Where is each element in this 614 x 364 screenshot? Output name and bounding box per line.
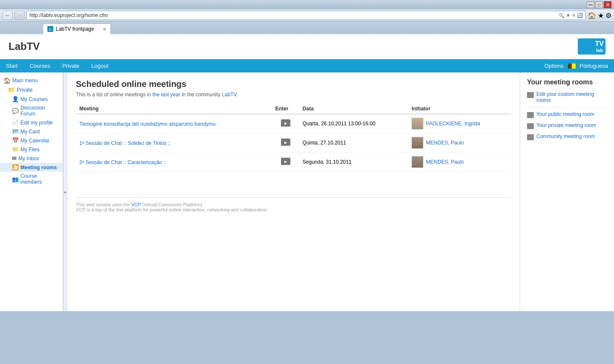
home-icon[interactable]: 🏠 [588, 12, 596, 20]
sidebar-item-my-courses[interactable]: 👤 My Courses [0, 95, 63, 104]
sidebar-item-my-calendar[interactable]: 📅 My Calendar [0, 136, 63, 145]
content-footer: This web service uses the VCP (Virtual C… [76, 197, 511, 212]
my-card-link[interactable]: My Card [20, 129, 40, 135]
tab-title: LabTV frontpage [56, 26, 94, 32]
nav-logout[interactable]: Logout [85, 59, 114, 72]
enter-icon-2[interactable]: ▶ [281, 139, 290, 146]
table-row: 1ª Sessão de Chat :: Solidez de Tintos :… [76, 133, 511, 153]
sidebar-collapse-handle[interactable]: ▸ [63, 72, 67, 311]
my-inbox-link[interactable]: My Inbox [18, 156, 39, 162]
site-logo-text: LabTV [9, 40, 40, 52]
page-content: LabTV lab TV Start Courses Private Logou… [0, 34, 614, 311]
browser-tab[interactable]: L LabTV frontpage ✕ [43, 23, 111, 34]
browser-window: — □ ✕ ← → http://labtv.euproject.org/hom… [0, 0, 614, 364]
main-content: Scheduled online meetings This is a list… [67, 72, 520, 311]
sidebar-item-my-inbox[interactable]: ✉ My Inbox [0, 154, 63, 163]
sidebar-item-main-menu[interactable]: 🏠 Main menu [0, 76, 63, 85]
edit-profile-link[interactable]: Edit my profile [20, 120, 53, 126]
private-room-link[interactable]: Your private meeting room [536, 122, 596, 128]
avatar-2 [411, 137, 423, 149]
col-enter: Enter [272, 104, 299, 114]
minimize-button[interactable]: — [587, 1, 594, 8]
enter-icon-1[interactable]: ▶ [281, 119, 290, 127]
sidebar-item-edit-profile[interactable]: 📄 Edit my profile [0, 118, 63, 127]
site-logo-image: lab TV [578, 38, 605, 55]
right-divider [527, 107, 607, 108]
page-title: Scheduled online meetings [76, 79, 511, 89]
edit-rooms-link[interactable]: Edit your custom meeting rooms [536, 91, 607, 103]
maximize-button[interactable]: □ [595, 1, 603, 8]
nav-bar: Start Courses Private Logout Options Por… [0, 59, 614, 72]
my-calendar-link[interactable]: My Calendar [20, 138, 49, 144]
nav-courses[interactable]: Courses [23, 59, 56, 72]
tab-favicon: L [47, 26, 53, 32]
sidebar-item-my-card[interactable]: 🪪 My Card [0, 127, 63, 136]
meeting-link-2[interactable]: 1ª Sessão de Chat :: Solidez de Tintos :… [79, 140, 171, 146]
edit-rooms-icon [527, 92, 534, 98]
sidebar-item-course-members[interactable]: 👥 Course members [0, 172, 63, 186]
edit-profile-icon: 📄 [12, 119, 19, 126]
nav-start[interactable]: Start [0, 59, 23, 72]
favorites-icon[interactable]: ★ [598, 12, 604, 20]
col-initiator: Initiator [408, 104, 511, 114]
col-meeting: Meeting [76, 104, 272, 114]
enter-icon-3[interactable]: ▶ [281, 158, 290, 165]
address-search-icon: 🔍 ▼ ✕ 🔄 [559, 13, 583, 18]
language-selector[interactable]: Portuguesa [580, 63, 608, 69]
nav-private[interactable]: Private [56, 59, 85, 72]
meeting-rooms-link[interactable]: Meeting rooms [20, 165, 57, 170]
sidebar-item-meeting-rooms[interactable]: 🎦 Meeting rooms [0, 163, 63, 172]
right-panel: Your meeting rooms Edit your custom meet… [520, 72, 614, 311]
my-card-icon: 🪪 [12, 128, 19, 135]
back-button[interactable]: ← [3, 11, 13, 20]
address-bar[interactable]: http://labtv.euproject.org/home.cfm 🔍 ▼ … [26, 11, 586, 20]
main-menu-link[interactable]: Main menu [12, 78, 38, 84]
meeting-link-1[interactable]: Tiesioginė konsultacija dėl nusidažymo a… [79, 121, 216, 127]
private-link[interactable]: Private [17, 87, 32, 93]
meeting-rooms-icon: 🎦 [12, 164, 19, 170]
my-courses-link[interactable]: My Courses [20, 96, 48, 102]
course-members-icon: 👥 [12, 176, 19, 182]
initiator-link-3[interactable]: MENDES, Paulo [426, 159, 464, 165]
vcp-link[interactable]: VCP [131, 202, 141, 207]
meetings-table: Meeting Enter Data Initiator Tiesioginė … [76, 104, 511, 172]
course-members-link[interactable]: Course members [20, 173, 59, 185]
table-row: Tiesioginė konsultacija dėl nusidažymo a… [76, 114, 511, 133]
my-inbox-icon: ✉ [12, 155, 17, 162]
initiator-link-2[interactable]: MENDES, Paulo [426, 140, 464, 146]
col-data: Data [299, 104, 408, 114]
my-files-icon: 📁 [12, 146, 19, 153]
my-calendar-icon: 📅 [12, 137, 19, 144]
community-room-link[interactable]: Community meeting room [536, 133, 595, 139]
forward-button[interactable]: → [14, 11, 25, 20]
settings-icon[interactable]: ⚙ [605, 12, 611, 20]
sidebar-item-my-files[interactable]: 📁 My Files [0, 145, 63, 154]
table-row: 2ª Sessão de Chat :: Caracterização :: ▶… [76, 153, 511, 172]
avatar-3 [411, 156, 423, 168]
discussion-forum-icon: 💬 [12, 108, 19, 114]
main-layout: 🏠 Main menu 📁 Private 👤 My Courses 💬 Dis… [0, 72, 614, 311]
tab-close-icon[interactable]: ✕ [103, 27, 106, 32]
sidebar-item-private[interactable]: 📁 Private [0, 85, 63, 95]
browser-toolbar: ← → http://labtv.euproject.org/home.cfm … [0, 9, 614, 22]
right-panel-title: Your meeting rooms [527, 78, 607, 86]
public-room-link[interactable]: Your public meeting room [536, 111, 594, 117]
browser-tabs: L LabTV frontpage ✕ [0, 22, 614, 34]
initiator-link-1[interactable]: PADLECKIENE, Ingrida [426, 121, 480, 127]
meeting-link-3[interactable]: 2ª Sessão de Chat :: Caracterização :: [79, 159, 166, 165]
avatar-1 [411, 118, 423, 130]
sidebar-item-discussion-forum[interactable]: 💬 Discussion Forum [0, 104, 63, 118]
community-room-icon [527, 134, 534, 140]
my-courses-icon: 👤 [12, 96, 19, 102]
main-menu-icon: 🏠 [3, 77, 11, 84]
close-button[interactable]: ✕ [604, 1, 611, 8]
nav-options[interactable]: Options [544, 63, 564, 69]
my-files-link[interactable]: My Files [20, 147, 40, 153]
browser-titlebar: — □ ✕ [0, 0, 614, 9]
titlebar-buttons: — □ ✕ [587, 1, 611, 8]
page-subtitle: This is a list of online meetings in the… [76, 92, 511, 98]
site-header: LabTV lab TV [0, 34, 614, 59]
discussion-forum-link[interactable]: Discussion Forum [20, 105, 59, 117]
private-icon: 📁 [8, 87, 15, 93]
flag-icon [568, 64, 576, 69]
